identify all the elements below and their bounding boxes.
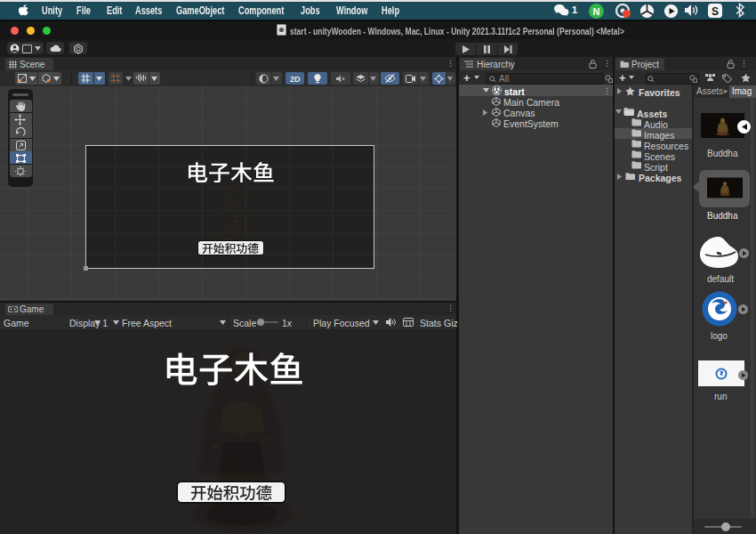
svg-text:N: N xyxy=(593,5,600,16)
svg-text:S: S xyxy=(712,4,719,17)
